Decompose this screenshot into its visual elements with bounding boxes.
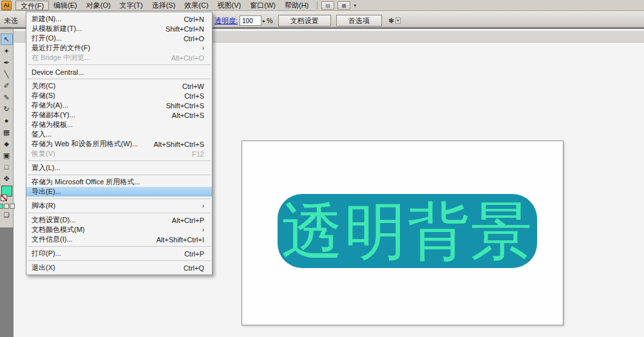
menu-item-save[interactable]: 存储(S)Ctrl+S bbox=[26, 91, 212, 101]
panel-grip-icon[interactable]: ∙∙ bbox=[5, 29, 8, 34]
opacity-link[interactable]: 透明度: bbox=[214, 16, 238, 26]
menu-item-exit[interactable]: 退出(X)Ctrl+Q bbox=[26, 263, 212, 273]
menu-item-open[interactable]: 打开(O)...Ctrl+O bbox=[26, 34, 212, 43]
artwork-text[interactable]: 透明背景 bbox=[281, 200, 534, 262]
tools-panel: ∙∙ ↖ ✦ ✒ ╲ ✐ ✎ ↻ ● ▦ ⬥ ▣ □ ✥ ❏ bbox=[0, 29, 14, 227]
menu-file[interactable]: 文件(F) bbox=[15, 1, 49, 10]
menu-item-save-a-copy[interactable]: 存储副本(Y)...Alt+Ctrl+S bbox=[26, 110, 212, 120]
menu-separator bbox=[28, 64, 211, 65]
document-setup-button[interactable]: 文档设置 bbox=[278, 15, 331, 26]
menu-effect[interactable]: 效果(C) bbox=[180, 1, 213, 10]
artboard[interactable]: 透明背景 bbox=[242, 140, 564, 325]
menu-item-scripts[interactable]: 脚本(R)› bbox=[26, 201, 212, 211]
menu-object[interactable]: 对象(O) bbox=[82, 1, 115, 10]
color-mode-buttons bbox=[0, 204, 15, 209]
cursor-star-icon: ✱ bbox=[388, 17, 394, 25]
menu-separator bbox=[28, 198, 211, 199]
submenu-arrow-icon: › bbox=[202, 226, 204, 233]
preferences-button[interactable]: 首选项 bbox=[336, 15, 382, 26]
opacity-group: 透明度: ▸ % 文档设置 首选项 ✱ ▾ bbox=[214, 15, 401, 26]
menu-item-close[interactable]: 关闭(C)Ctrl+W bbox=[26, 81, 212, 91]
mesh-tool[interactable]: ▦ bbox=[1, 126, 13, 138]
live-paint-bucket-tool[interactable]: ▣ bbox=[1, 149, 13, 161]
chevron-down-icon[interactable]: ▾ bbox=[354, 3, 356, 8]
menu-separator bbox=[28, 79, 211, 79]
menu-separator bbox=[28, 175, 211, 175]
menu-item-device-central[interactable]: Device Central... bbox=[26, 67, 212, 77]
tool-options-icon[interactable]: ✱ ▾ bbox=[388, 17, 401, 25]
menu-item-print[interactable]: 打印(P)...Ctrl+P bbox=[26, 249, 212, 258]
app-frame-strip bbox=[0, 227, 14, 337]
menu-item-save-as-template[interactable]: 存储为模板... bbox=[26, 120, 212, 130]
percent-label: % bbox=[267, 17, 273, 24]
eyedropper-tool[interactable]: ⬥ bbox=[1, 138, 13, 149]
opacity-spinner-icon[interactable]: ▸ bbox=[263, 18, 265, 24]
app-logo-icon: Ai bbox=[1, 1, 12, 10]
menu-type[interactable]: 文字(T) bbox=[115, 1, 147, 10]
bridge-icon[interactable]: ▤ bbox=[321, 1, 334, 10]
menu-item-save-for-office[interactable]: 存储为 Microsoft Office 所用格式... bbox=[26, 177, 212, 187]
menu-item-open-recent[interactable]: 最近打开的文件(F)› bbox=[26, 43, 212, 53]
rotate-tool[interactable]: ↻ bbox=[1, 103, 13, 115]
menu-item-revert: 恢复(V)F12 bbox=[26, 149, 212, 159]
menu-window[interactable]: 窗口(W) bbox=[245, 1, 280, 10]
menu-item-save-for-web[interactable]: 存储为 Web 和设备所用格式(W)...Alt+Shift+Ctrl+S bbox=[26, 139, 212, 149]
menu-item-document-setup[interactable]: 文档设置(D)...Alt+Ctrl+P bbox=[26, 215, 212, 225]
opacity-input[interactable] bbox=[240, 15, 261, 26]
rounded-rectangle-shape[interactable]: 透明背景 bbox=[278, 194, 537, 268]
file-menu-dropdown: 新建(N)...Ctrl+N 从模板新建(T)...Shift+Ctrl+N 打… bbox=[26, 12, 213, 275]
menu-bar: Ai 文件(F) 编辑(E) 对象(O) 文字(T) 选择(S) 效果(C) 视… bbox=[0, 0, 644, 11]
stroke-none-swatch[interactable] bbox=[1, 195, 7, 201]
magic-wand-tool[interactable]: ✦ bbox=[1, 45, 13, 57]
artboard-tool[interactable]: □ bbox=[1, 161, 13, 173]
selection-tool[interactable]: ↖ bbox=[1, 34, 13, 45]
menu-view[interactable]: 视图(V) bbox=[213, 1, 246, 10]
blob-brush-tool[interactable]: ● bbox=[1, 115, 13, 126]
submenu-arrow-icon: › bbox=[202, 44, 204, 52]
menubar-divider bbox=[317, 1, 317, 9]
menu-item-new[interactable]: 新建(N)...Ctrl+N bbox=[26, 14, 212, 24]
menu-item-document-color-mode[interactable]: 文档颜色模式(M)› bbox=[26, 225, 212, 235]
menu-edit[interactable]: 编辑(E) bbox=[49, 1, 82, 10]
screen-mode-icon[interactable]: ❏ bbox=[4, 211, 10, 218]
arrange-documents-icon[interactable]: ▦ bbox=[337, 1, 350, 10]
color-button[interactable] bbox=[0, 204, 3, 209]
menu-item-place[interactable]: 置入(L)... bbox=[26, 163, 212, 173]
fill-stroke-swatches bbox=[1, 186, 13, 202]
menu-item-new-from-template[interactable]: 从模板新建(T)...Shift+Ctrl+N bbox=[26, 24, 212, 34]
submenu-arrow-icon: › bbox=[202, 202, 204, 209]
none-button[interactable] bbox=[10, 204, 15, 209]
chevron-down-icon: ▾ bbox=[395, 17, 401, 24]
menu-select[interactable]: 选择(S) bbox=[147, 1, 180, 10]
menu-item-save-as[interactable]: 存储为(A)...Shift+Ctrl+S bbox=[26, 101, 212, 110]
hand-tool[interactable]: ✥ bbox=[1, 173, 13, 184]
pencil-tool[interactable]: ✎ bbox=[1, 91, 13, 103]
menu-help[interactable]: 帮助(H) bbox=[280, 1, 313, 10]
menu-item-browse-in-bridge: 在 Bridge 中浏览...Alt+Ctrl+O bbox=[26, 53, 212, 63]
line-tool[interactable]: ╲ bbox=[1, 68, 13, 80]
pen-tool[interactable]: ✒ bbox=[1, 57, 13, 68]
menu-separator bbox=[28, 246, 211, 247]
menu-separator bbox=[28, 213, 211, 213]
menu-item-file-info[interactable]: 文件信息(I)...Alt+Shift+Ctrl+I bbox=[26, 235, 212, 244]
selection-status-label: 未选 bbox=[4, 16, 23, 26]
menu-item-export[interactable]: 导出(E)... bbox=[26, 187, 212, 197]
menu-item-check-in[interactable]: 签入... bbox=[26, 130, 212, 139]
menu-separator bbox=[28, 160, 211, 161]
gradient-button[interactable] bbox=[4, 204, 9, 209]
paintbrush-tool[interactable]: ✐ bbox=[1, 80, 13, 91]
menu-separator bbox=[28, 260, 211, 261]
